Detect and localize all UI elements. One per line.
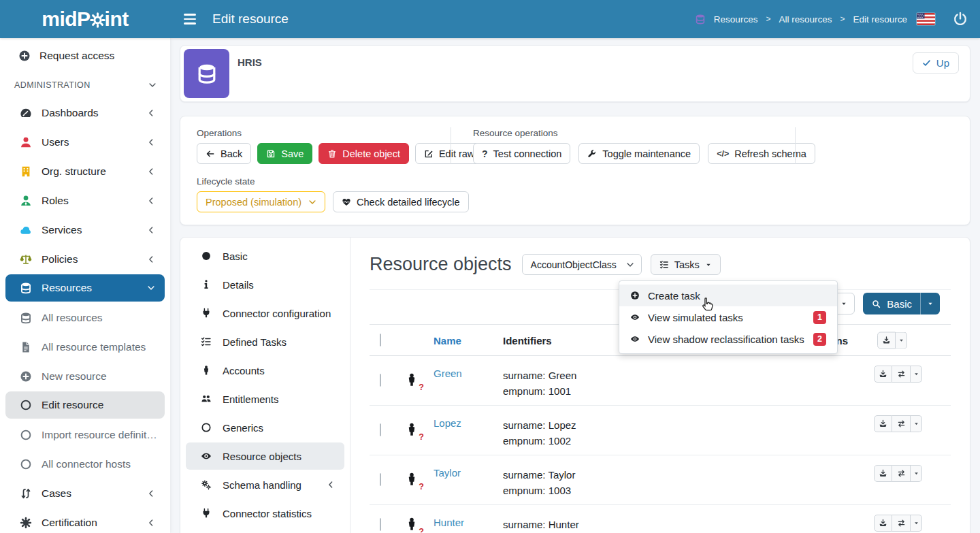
exchange-arrows-icon [897,469,906,478]
person-icon [404,470,419,488]
row-download-button[interactable] [874,515,892,532]
row-exchange-button[interactable] [892,465,911,482]
availability-status-button[interactable]: Up [913,52,959,74]
menu-item-view-simulated-tasks[interactable]: View simulated tasks 1 [619,306,837,328]
sidebar-item-org-structure[interactable]: Org. structure [0,157,170,186]
sidebar-item-import-resource-definition[interactable]: Import resource definit… [0,420,170,449]
tab-connector-statistics[interactable]: Connector statistics [180,499,350,528]
row-name-link[interactable]: Hunter [434,517,464,528]
chevron-down-icon [626,261,634,269]
tab-accounts[interactable]: Accounts [180,356,350,385]
sidebar-item-new-resource[interactable]: New resource [0,361,170,391]
row-name-link[interactable]: Taylor [434,467,461,479]
row-name-link[interactable]: Green [434,368,462,379]
save-button[interactable]: Save [257,143,312,164]
refresh-schema-button[interactable]: </> Refresh schema [708,143,815,164]
search-mode-split-button[interactable]: Basic [863,293,940,314]
row-download-button[interactable] [874,465,892,482]
row-more-actions-button[interactable] [911,465,922,482]
export-caret-button[interactable] [896,332,907,349]
sidebar-item-dashboards[interactable]: Dashboards [0,98,170,127]
object-class-select[interactable]: AccountObjectClass [522,254,642,275]
circle-icon [20,458,32,470]
question-mark-icon: ? [419,482,424,491]
row-exchange-button[interactable] [892,366,911,383]
sidebar-item-label: Import resource definit… [42,429,157,441]
select-all-checkbox[interactable] [380,334,381,346]
row-more-actions-button[interactable] [911,515,922,532]
navbar-right: Resources > All resources > Edit resourc… [695,0,968,38]
sidebar-item-all-resource-templates[interactable]: All resource templates [0,332,170,361]
role-user-icon [20,195,32,207]
sidebar-item-label: Edit resource [42,399,103,411]
sidebar-item-edit-resource[interactable]: Edit resource [0,391,170,420]
person-icon [201,365,212,376]
midpoint-logo[interactable]: midPint [0,0,170,38]
locale-flag-us-icon[interactable] [917,13,935,25]
check-detailed-lifecycle-button[interactable]: Check detailed lifecycle [333,191,469,212]
breadcrumb: Resources > All resources > Edit resourc… [695,14,907,25]
row-more-actions-button[interactable] [911,415,922,432]
row-download-button[interactable] [874,415,892,432]
chevron-down-icon[interactable] [148,81,157,89]
back-button[interactable]: Back [197,143,251,164]
search-basic-button[interactable]: Basic [863,293,920,314]
tab-connector-configuration[interactable]: Connector configuration [180,299,350,327]
logout-power-icon[interactable] [953,12,968,27]
circle-icon [20,429,32,441]
menu-item-view-shadow-reclassification-tasks[interactable]: View shadow reclassification tasks 2 [619,328,837,350]
download-icon [879,519,887,528]
tab-label: Details [223,279,254,291]
test-connection-button[interactable]: ? Test connection [473,143,570,164]
row-name-link[interactable]: Lopez [434,417,461,429]
chevron-left-icon [147,489,155,498]
column-header-name[interactable]: Name [434,334,461,346]
sidebar-item-label: Users [42,136,69,148]
sidebar-item-certification[interactable]: Certification [0,508,170,533]
toggle-maintenance-button[interactable]: Toggle maintenance [578,143,700,164]
menu-toggle-icon[interactable] [184,12,199,27]
row-more-actions-button[interactable] [911,366,922,383]
delete-object-button[interactable]: Delete object [318,143,409,164]
download-icon [879,370,887,378]
export-download-button[interactable] [877,332,896,349]
identifier-empnum: empnum: 1003 [503,483,575,498]
breadcrumb-all-resources[interactable]: All resources [779,14,832,25]
sidebar-item-request-access[interactable]: Request access [0,42,170,69]
row-exchange-button[interactable] [892,415,911,432]
sidebar-item-roles[interactable]: Roles [0,186,170,215]
row-checkbox[interactable] [380,473,381,486]
row-checkbox[interactable] [380,518,381,531]
row-download-button[interactable] [874,366,892,383]
tab-generics[interactable]: Generics [180,413,350,442]
sidebar-item-cases[interactable]: Cases [0,479,170,508]
circle-icon [201,422,212,433]
row-checkbox[interactable] [380,423,381,436]
tab-basic[interactable]: Basic [180,242,350,270]
tab-schema-handling[interactable]: Schema handling [180,470,350,499]
breadcrumb-resources[interactable]: Resources [714,14,758,25]
dashboard-gauge-icon [20,107,32,119]
tab-label: Resource objects [223,451,301,462]
sidebar-item-all-connector-hosts[interactable]: All connector hosts [0,449,170,479]
tab-entitlements[interactable]: Entitlements [180,385,350,413]
plus-circle-icon [20,370,32,383]
search-mode-caret[interactable] [920,293,940,314]
row-checkbox[interactable] [380,374,381,387]
database-icon [20,312,32,324]
gears-icon [201,479,212,490]
lifecycle-state-dropdown[interactable]: Proposed (simulation) [197,191,325,212]
sidebar-item-resources[interactable]: Resources [0,274,170,303]
tasks-dropdown-button[interactable]: Tasks [651,254,721,275]
tab-resource-objects[interactable]: Resource objects [180,442,350,470]
tab-defined-tasks[interactable]: Defined Tasks [180,327,350,356]
brand-text-right: int [105,7,129,31]
tab-details[interactable]: Details [180,270,350,299]
sidebar-item-label: All resources [42,312,103,324]
sidebar-item-all-resources[interactable]: All resources [0,303,170,332]
row-exchange-button[interactable] [892,515,911,532]
menu-item-create-task[interactable]: Create task [619,285,837,306]
sidebar-item-policies[interactable]: Policies [0,244,170,274]
sidebar-item-services[interactable]: Services [0,215,170,244]
sidebar-item-users[interactable]: Users [0,127,170,157]
